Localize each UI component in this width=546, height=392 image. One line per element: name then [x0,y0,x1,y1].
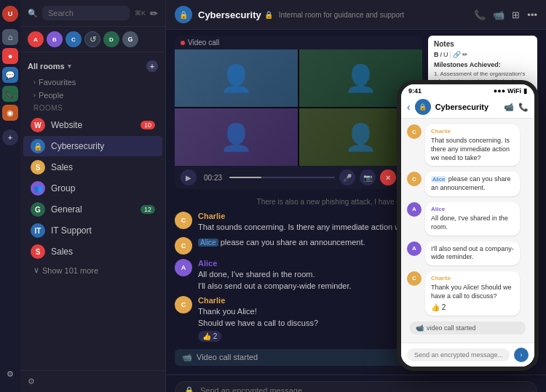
user-avatar[interactable]: U [2,6,18,22]
arrow-icon: › [33,92,36,99]
chat-room-avatar: 🔒 [175,6,192,23]
link-button[interactable]: 🔗 [453,51,461,58]
message-input[interactable] [200,386,528,392]
bell-nav-icon[interactable]: ● [2,48,18,64]
phone-alice-avatar-1: A [407,202,422,217]
phone-msg-text-4: I'll also send out a company-wide remind… [431,245,514,262]
phone-video-icon[interactable]: 📹 [504,103,514,112]
charlie-avatar-1: C [175,212,192,229]
add-nav-icon[interactable]: + [2,129,18,145]
general-badge: 12 [141,205,155,214]
general-room-label: General [51,204,82,215]
icon-bar: U ⌂ ● 💬 📞 ◉ + ⚙ [0,0,20,392]
settings-row[interactable]: ⚙ [28,377,158,386]
all-rooms-header[interactable]: All rooms ▾ + [20,57,165,76]
arrow-icon: › [33,79,36,86]
recording-dot [181,41,185,45]
phone-send-button[interactable]: › [514,348,529,362]
sidebar-item-sales[interactable]: S Sales [23,157,162,177]
video-grid: 👤 👤 👤 👤 [175,49,422,166]
chat-header: 🔒 Cybersecurity 🔒 Internal room for guid… [166,0,546,30]
sidebar-item-cybersecurity[interactable]: 🔒 Cybersecurity [23,136,162,156]
sidebar-item-itsupport[interactable]: IT IT Support [23,220,162,241]
search-input[interactable] [42,6,130,20]
phone-overlay: 9:41 ●●● WiFi ▮ ‹ 🔒 Cybersecurity 📹 📞 C … [397,80,539,371]
phone-message-charlie-3: C Charlie Thank you Alice! Should we hav… [407,271,529,316]
group-room-label: Group [51,183,75,193]
separator: | [450,51,451,58]
phone-sender-charlie-1: Charlie [431,128,514,135]
sidebar-item-group[interactable]: 👥 Group [23,178,162,199]
call-icon[interactable]: 📞 [474,9,486,20]
show-more-button[interactable]: ∨ Show 101 more [20,263,165,278]
phone-msg-text-5: Thank you Alice! Should we have a call t… [431,284,514,300]
mic-button[interactable]: 🎤 [339,169,355,185]
grid-icon[interactable]: ⊞ [512,9,520,20]
notes-title: Notes [434,40,531,48]
sidebar-item-favourites[interactable]: › Favourites [20,76,165,89]
phone-status-icons: ●●● WiFi ▮ [494,87,527,95]
person-silhouette-2: 👤 [344,63,377,94]
chevron-down-icon: ▾ [68,63,71,70]
italic-button[interactable]: I [440,51,443,58]
video-icon[interactable]: 📹 [493,9,505,20]
emoji-reaction[interactable]: 👍 2 [198,331,221,342]
video-call-started-text: Video call started [197,353,258,361]
phone-room-icon: 🔒 [415,99,431,115]
phone-message-alice-2: A I'll also send out a company-wide remi… [407,241,529,265]
sidebar-item-website[interactable]: W Website 10 [23,115,162,135]
chat-input-box: 🔒 [175,381,537,392]
map-nav-icon[interactable]: ◉ [2,105,18,121]
sidebar-content: All rooms ▾ + › Favourites › People Room… [20,52,165,370]
alice-mention: Alice [198,239,218,247]
underline-button[interactable]: U [443,51,448,58]
sales-room-icon: S [31,160,45,175]
sales-room-label: Sales [51,162,73,172]
avatar-1[interactable]: A [28,31,44,47]
avatar-row: A B C ↺ D G [20,27,165,52]
more-format-button[interactable]: ✏ [462,51,468,58]
sidebar-item-general[interactable]: G General 12 [23,199,162,220]
more-icon[interactable]: ••• [527,9,537,20]
phone-sender-alice-1: Alice [431,206,514,213]
phone-video-call-started: 📹 video call started [410,321,526,335]
avatar-4[interactable]: ↺ [84,31,100,47]
phone-charlie-avatar-3: C [407,271,422,286]
video-controls: ▶ 00:23 🎤 📷 ✕ ••• [175,166,422,189]
rooms-section-label: Rooms [20,102,165,114]
search-shortcut: ⌘K [135,9,146,17]
home-nav-icon[interactable]: ⌂ [2,29,18,45]
settings-icon[interactable]: ⚙ [2,366,18,382]
sidebar-item-people[interactable]: › People [20,89,165,102]
lock-icon: 🔒 [264,11,273,19]
sidebar-item-sales2[interactable]: S Sales [23,241,162,262]
bold-button[interactable]: B [434,51,439,58]
wifi-icon: WiFi [507,87,521,95]
play-pause-button[interactable]: ▶ [181,169,197,185]
phone-message-input[interactable] [407,348,510,361]
back-button[interactable]: ‹ [407,101,411,113]
notes-milestone-header: Milestones Achieved: [434,61,531,68]
phone-nav-bar: ‹ 🔒 Cybersecurity 📹 📞 [401,96,534,119]
avatar-5[interactable]: D [103,31,119,47]
favourites-label: Favourites [39,78,76,87]
add-room-button[interactable]: + [146,60,158,72]
phone-header-actions: 📹 📞 [504,103,529,112]
avatar-3[interactable]: C [66,31,82,47]
phone-call-icon[interactable]: 📞 [518,103,529,112]
phone-nav-icon[interactable]: 📞 [2,86,18,102]
avatar-6[interactable]: G [122,31,138,47]
sidebar-search-bar: 🔍 ⌘K ✏ [20,0,165,27]
end-call-button[interactable]: ✕ [380,169,396,185]
phone-status-bar: 9:41 ●●● WiFi ▮ [401,84,534,96]
phone-alice-avatar-2: A [407,241,422,256]
phone-charlie-avatar-1: C [407,124,422,139]
compose-icon[interactable]: ✏ [150,8,158,19]
sales2-room-icon: S [31,244,45,259]
chat-room-name: Cybersecurity [198,9,261,20]
video-toggle-button[interactable]: 📷 [360,169,376,185]
avatar-2[interactable]: B [47,31,63,47]
chat-nav-icon[interactable]: 💬 [2,67,18,83]
sidebar-bottom: ⚙ [20,370,165,392]
sidebar: 🔍 ⌘K ✏ A B C ↺ D G All rooms ▾ + › Favou… [20,0,166,392]
